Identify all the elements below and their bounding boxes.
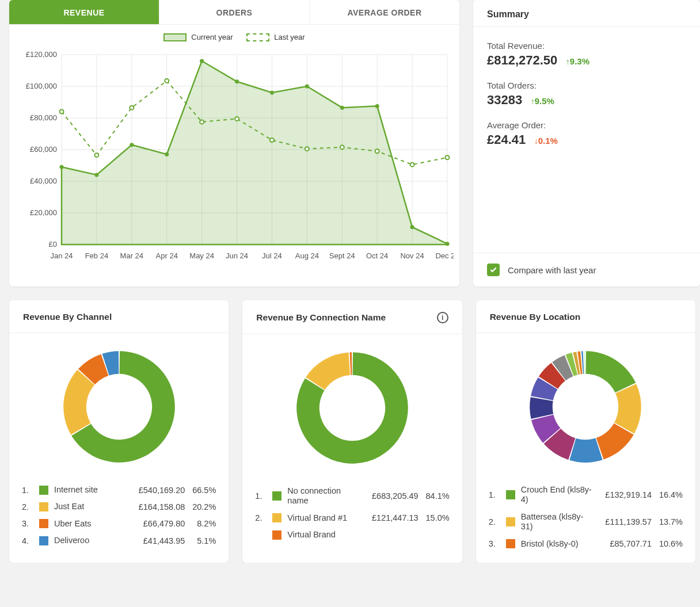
svg-point-46 [340,105,344,109]
channel-legend-list: 1. Internet site £540,169.20 66.5% 2. Ju… [9,477,229,560]
svg-point-48 [410,225,414,229]
svg-point-42 [200,59,204,63]
chart-legend: Current year Last year [15,33,454,43]
list-value: £132,919.14 [597,490,652,499]
revenue-chart-card: REVENUE ORDERS AVERAGE ORDER Current yea… [9,0,459,287]
color-swatch [39,536,48,545]
metric-delta-up: ↑9.5% [531,96,554,106]
metric-delta-up: ↑9.3% [566,56,589,66]
connection-legend-list: 1. No connection name £683,205.49 84.1% … [242,478,462,554]
summary-title: Summary [473,0,700,27]
svg-point-44 [270,90,274,94]
metric-average-order: Average Order: £24.41 ↓0.1% [487,120,686,147]
list-item: 3. Bristol (kls8y-0) £85,707.71 10.6% [489,536,683,552]
list-item: Virtual Brand [255,526,449,543]
summary-footer: Compare with last year [473,253,700,287]
list-name: Bristol (kls8y-0) [521,539,592,549]
list-item: 4. Deliveroo £41,443.95 5.1% [22,532,216,549]
svg-text:£80,000: £80,000 [30,113,57,122]
svg-point-56 [270,138,274,142]
list-name: Deliveroo [54,536,125,545]
svg-text:£20,000: £20,000 [30,208,57,217]
location-title: Revenue By Location [490,312,581,322]
location-legend-list: 1. Crouch End (kls8y-4) £132,919.14 16.4… [476,477,695,563]
svg-text:Mar 24: Mar 24 [120,251,143,260]
color-swatch [272,513,281,522]
svg-text:Feb 24: Feb 24 [85,251,108,260]
connection-card: Revenue By Connection Name i 1. No conne… [242,300,462,563]
list-value: £66,479.80 [130,519,185,528]
svg-text:£40,000: £40,000 [30,177,57,185]
svg-text:Jul 24: Jul 24 [262,251,282,260]
svg-point-45 [305,84,309,88]
svg-text:Sept 24: Sept 24 [329,251,355,260]
list-item: 2. Just Eat £164,158.08 20.2% [22,498,216,515]
metric-delta-down: ↓0.1% [534,136,558,146]
color-swatch [39,502,48,511]
location-card: Revenue By Location 1. Crouch End (kls8y… [476,300,695,563]
list-index: 3. [489,539,501,548]
chart-tabs: REVENUE ORDERS AVERAGE ORDER [9,0,459,25]
list-index: 1. [489,490,501,499]
summary-body: Total Revenue: £812,272.50 ↑9.3% Total O… [473,27,700,253]
color-swatch [39,519,48,528]
list-name: Internet site [54,485,125,495]
svg-text:Oct 24: Oct 24 [366,251,388,260]
list-pct: 15.0% [423,513,450,522]
list-index: 4. [22,536,35,545]
svg-text:Aug 24: Aug 24 [295,251,319,260]
list-pct: 20.2% [189,502,216,511]
summary-card: Summary Total Revenue: £812,272.50 ↑9.3%… [473,0,700,287]
compare-checkbox[interactable] [487,264,500,276]
svg-point-58 [340,145,344,149]
color-swatch [506,539,515,548]
list-item: 1. Crouch End (kls8y-4) £132,919.14 16.4… [489,482,683,509]
svg-text:£100,000: £100,000 [26,82,57,90]
svg-point-54 [200,120,204,124]
svg-point-47 [375,104,379,108]
metric-total-revenue: Total Revenue: £812,272.50 ↑9.3% [487,41,686,68]
list-value: £121,447.13 [364,513,419,522]
svg-point-39 [94,173,98,177]
revenue-line-chart: £0£20,000£40,000£60,000£80,000£100,000£1… [15,49,454,262]
svg-point-38 [60,165,64,169]
list-name: Just Eat [54,502,125,511]
svg-text:Jan 24: Jan 24 [50,251,73,260]
arrow-up-icon: ↑ [566,57,570,66]
list-item: 3. Uber Eats £66,479.80 8.2% [22,516,216,532]
tab-average-order[interactable]: AVERAGE ORDER [310,0,459,24]
metric-value: £24.41 [487,132,526,147]
list-pct: 5.1% [189,536,216,545]
info-icon[interactable]: i [437,312,448,323]
metric-label: Average Order: [487,120,686,130]
list-value: £41,443.95 [130,536,185,545]
list-value: £540,169.20 [130,486,185,495]
legend-label-current: Current year [191,33,233,41]
svg-text:Apr 24: Apr 24 [156,251,178,260]
list-pct: 84.1% [423,491,450,501]
list-index: 2. [489,517,501,526]
compare-label: Compare with last year [508,265,596,275]
legend-swatch-filled [163,33,187,41]
svg-point-51 [94,153,98,157]
list-item: 1. Internet site £540,169.20 66.5% [22,482,216,498]
list-value: £85,707.71 [597,539,652,548]
list-item: 2. Virtual Brand #1 £121,447.13 15.0% [255,510,449,526]
list-pct: 13.7% [656,517,683,526]
svg-text:Nov 24: Nov 24 [400,251,424,260]
color-swatch [272,491,281,501]
list-index: 3. [22,519,35,528]
tab-orders[interactable]: ORDERS [159,0,310,24]
legend-label-last: Last year [274,33,305,41]
svg-text:£120,000: £120,000 [26,50,57,59]
metric-value: 33283 [487,93,522,108]
location-donut-chart [522,343,649,470]
svg-point-59 [375,149,379,153]
color-swatch [39,486,48,495]
list-pct: 10.6% [656,539,683,548]
legend-swatch-dashed [246,33,269,41]
list-name: Virtual Brand #1 [287,513,359,523]
tab-revenue[interactable]: REVENUE [9,0,159,24]
list-pct: 66.5% [189,486,216,495]
list-name: Crouch End (kls8y-4) [521,485,592,505]
